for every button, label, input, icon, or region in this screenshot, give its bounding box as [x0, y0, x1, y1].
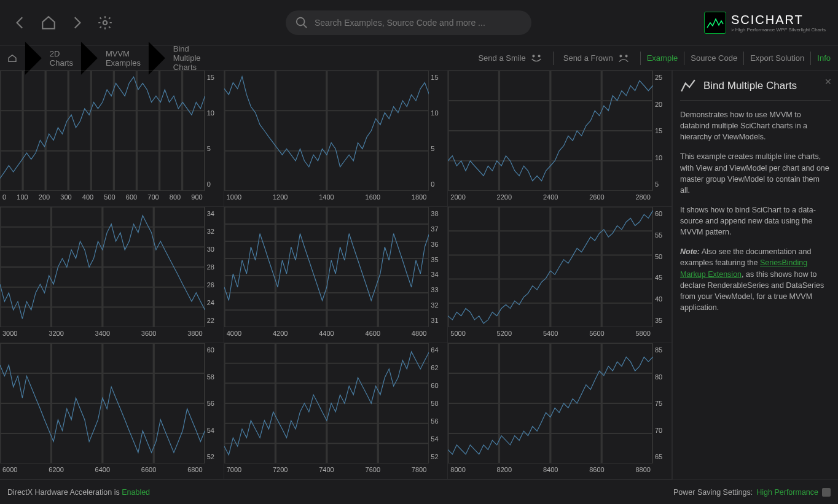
power-saving-status[interactable]: Power Saving Settings: High Performance — [673, 488, 831, 497]
tab-info[interactable]: Info — [817, 53, 831, 63]
send-smile[interactable]: Send a Smile — [474, 53, 546, 64]
info-paragraph: Demonstrates how to use MVVM to databind… — [680, 109, 831, 142]
chart-panel[interactable]: 6462605856545270007200740076007800 — [224, 343, 448, 479]
settings-icon[interactable] — [97, 15, 113, 31]
home-icon[interactable] — [41, 15, 57, 31]
status-bar: DirectX Hardware Acceleration is Enabled… — [0, 479, 838, 504]
close-icon[interactable]: ✕ — [824, 77, 832, 87]
chart-panel[interactable]: 605856545260006200640066006800 — [0, 343, 224, 479]
svg-point-4 — [538, 55, 540, 56]
chart-panel[interactable]: 383736353433323140004200440046004800 — [224, 207, 448, 343]
breadcrumb-item[interactable]: Bind Multiple Charts — [173, 44, 201, 72]
info-title: Bind Multiple Charts — [703, 80, 797, 92]
search-icon — [295, 16, 308, 29]
send-frown[interactable]: Send a Frown — [560, 53, 634, 64]
tab-export-solution[interactable]: Export Solution — [750, 53, 804, 63]
chart-panel[interactable]: 25201510520002200240026002800 — [448, 71, 672, 207]
tab-source-code[interactable]: Source Code — [691, 53, 737, 63]
brand-name: SCICHART — [731, 13, 826, 27]
breadcrumb-home[interactable] — [7, 53, 17, 63]
svg-point-0 — [103, 21, 108, 25]
svg-line-2 — [303, 25, 307, 28]
chart-grid: 1510500100200300400500600700800900151050… — [0, 71, 672, 479]
chart-icon — [680, 78, 696, 94]
search-box[interactable] — [286, 10, 531, 35]
chart-panel[interactable]: 1510500100200300400500600700800900 — [0, 71, 224, 207]
search-input[interactable] — [315, 18, 522, 28]
directx-status: DirectX Hardware Acceleration is Enabled — [7, 488, 150, 497]
svg-point-6 — [625, 55, 627, 56]
breadcrumb-item[interactable]: MVVM Examples — [106, 49, 141, 68]
svg-point-3 — [533, 55, 535, 56]
info-paragraph: It shows how to bind SciChart to a data-… — [680, 204, 831, 238]
svg-point-1 — [297, 18, 305, 26]
breadcrumb-item[interactable]: 2D Charts — [50, 49, 73, 68]
brand-logo: SCICHART > High Performance WPF Silverli… — [704, 12, 826, 34]
chart-panel[interactable]: 3432302826242230003200340036003800 — [0, 207, 224, 343]
forward-icon[interactable] — [69, 15, 85, 31]
brand-tagline: > High Performance WPF Silverlight Chart… — [731, 27, 826, 33]
back-icon[interactable] — [12, 15, 28, 31]
info-paragraph: Note: Also see the documentation and exa… — [680, 246, 831, 313]
svg-point-5 — [620, 55, 622, 56]
info-panel: ✕ Bind Multiple Charts Demonstrates how … — [672, 71, 838, 479]
tab-example[interactable]: Example — [647, 53, 678, 63]
chart-panel[interactable]: 15105010001200140016001800 — [224, 71, 448, 207]
chart-panel[interactable]: 60555045403550005200540056005800 — [448, 207, 672, 343]
info-paragraph: This example creates multiple line chart… — [680, 151, 831, 196]
chart-panel[interactable]: 858075706580008200840086008800 — [448, 343, 672, 479]
